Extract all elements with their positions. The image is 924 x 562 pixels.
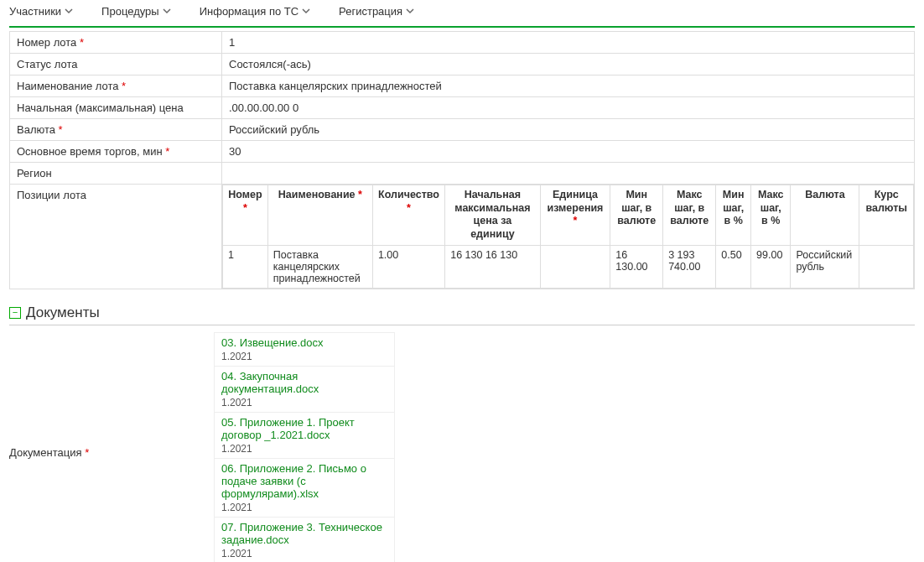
collapse-icon[interactable]: −: [9, 307, 21, 319]
form-row: Наименование лота * Поставка канцелярски…: [10, 75, 915, 97]
menu-item[interactable]: Участники: [9, 5, 73, 18]
menu-label: Участники: [9, 5, 61, 18]
menu-item[interactable]: Процедуры: [101, 5, 171, 18]
document-date: 1.2021: [221, 502, 387, 513]
field-label: Регион: [10, 163, 222, 185]
positions-label: Позиции лота: [10, 185, 222, 289]
field-label: Наименование лота *: [10, 75, 222, 97]
form-row: Статус лота Состоялся(-ась): [10, 54, 915, 75]
chevron-down-icon: [65, 5, 73, 18]
chevron-down-icon: [163, 5, 171, 18]
field-value: Поставка канцелярских принадлежностей: [222, 75, 915, 97]
document-date: 1.2021: [221, 351, 387, 362]
document-date: 1.2021: [221, 548, 387, 559]
list-item: 07. Приложение 3. Техническое задание.do…: [214, 518, 395, 563]
pos-header: Курс валюты: [859, 185, 914, 246]
pos-header: Валюта: [791, 185, 859, 246]
pos-header: Наименование *: [267, 185, 372, 246]
form-row: Основное время торгов, мин * 30: [10, 141, 915, 163]
top-menu: УчастникиПроцедурыИнформация по ТСРегист…: [9, 0, 915, 28]
pos-cell: 3 193 740.00: [663, 245, 716, 288]
menu-label: Процедуры: [101, 5, 159, 18]
menu-label: Регистрация: [339, 5, 402, 18]
chevron-down-icon: [302, 5, 310, 18]
pos-header: Количество *: [372, 185, 444, 246]
document-link[interactable]: 04. Закупочная документация.docx: [221, 370, 319, 395]
pos-header: Макс шаг, в %: [751, 185, 791, 246]
document-link[interactable]: 07. Приложение 3. Техническое задание.do…: [221, 521, 382, 546]
pos-cell: 99.00: [751, 245, 791, 288]
documentation-label: Документация *: [9, 332, 214, 563]
document-link[interactable]: 03. Извещение.docx: [221, 336, 324, 349]
pos-cell: 1.00: [372, 245, 444, 288]
list-item: 05. Приложение 1. Проект договор _1.2021…: [214, 413, 395, 459]
document-date: 1.2021: [221, 443, 387, 455]
form-row: Начальная (максимальная) цена .00.00.00.…: [10, 97, 915, 119]
pos-cell: 1: [223, 245, 268, 288]
documents-heading: Документы: [26, 304, 100, 321]
pos-cell: Поставка канцелярских принадлежностей: [267, 245, 372, 288]
menu-item[interactable]: Информация по ТС: [200, 5, 310, 18]
field-label: Статус лота: [10, 54, 222, 75]
pos-cell: [540, 245, 610, 288]
chevron-down-icon: [406, 5, 414, 18]
document-date: 1.2021: [221, 397, 387, 408]
pos-cell: 16 130 16 130: [445, 245, 540, 288]
table-row: 1Поставка канцелярских принадлежностей1.…: [223, 245, 914, 288]
pos-header: Мин шаг, в валюте: [610, 185, 663, 246]
field-value: .00.00.00.00 0: [222, 97, 915, 119]
positions-table: Номер *Наименование *Количество *Начальн…: [222, 185, 914, 289]
field-value: Состоялся(-ась): [222, 54, 915, 75]
pos-cell: 16 130.00: [610, 245, 663, 288]
pos-header: Номер *: [223, 185, 268, 246]
field-value: Российский рубль: [222, 119, 915, 141]
list-item: 04. Закупочная документация.docx 1.2021: [214, 367, 395, 413]
menu-item[interactable]: Регистрация: [339, 5, 414, 18]
pos-header: Мин шаг, в %: [716, 185, 751, 246]
form-row: Номер лота * 1: [10, 32, 915, 54]
pos-header: Единица измерения *: [540, 185, 610, 246]
pos-cell: [859, 245, 914, 288]
pos-cell: Российский рубль: [791, 245, 859, 288]
list-item: 06. Приложение 2. Письмо о подаче заявки…: [214, 459, 395, 518]
pos-header: Начальная максимальная цена за единицу: [445, 185, 540, 246]
lot-form: Номер лота * 1 Статус лота Состоялся(-ас…: [9, 31, 915, 289]
field-value: 30: [222, 141, 915, 163]
document-list: 03. Извещение.docx 1.2021 04. Закупочная…: [214, 332, 395, 563]
menu-label: Информация по ТС: [200, 5, 298, 18]
field-label: Основное время торгов, мин *: [10, 141, 222, 163]
field-label: Номер лота *: [10, 32, 222, 54]
field-label: Начальная (максимальная) цена: [10, 97, 222, 119]
field-value: 1: [222, 32, 915, 54]
list-item: 03. Извещение.docx 1.2021: [214, 332, 395, 367]
form-row: Регион: [10, 163, 915, 185]
documents-section: − Документы Документация * 03. Извещение…: [9, 304, 915, 563]
document-link[interactable]: 05. Приложение 1. Проект договор _1.2021…: [221, 416, 355, 441]
document-link[interactable]: 06. Приложение 2. Письмо о подаче заявки…: [221, 462, 366, 500]
field-label: Валюта *: [10, 119, 222, 141]
pos-cell: 0.50: [716, 245, 751, 288]
field-value: [222, 163, 915, 185]
pos-header: Макс шаг, в валюте: [663, 185, 716, 246]
form-row: Валюта * Российский рубль: [10, 119, 915, 141]
